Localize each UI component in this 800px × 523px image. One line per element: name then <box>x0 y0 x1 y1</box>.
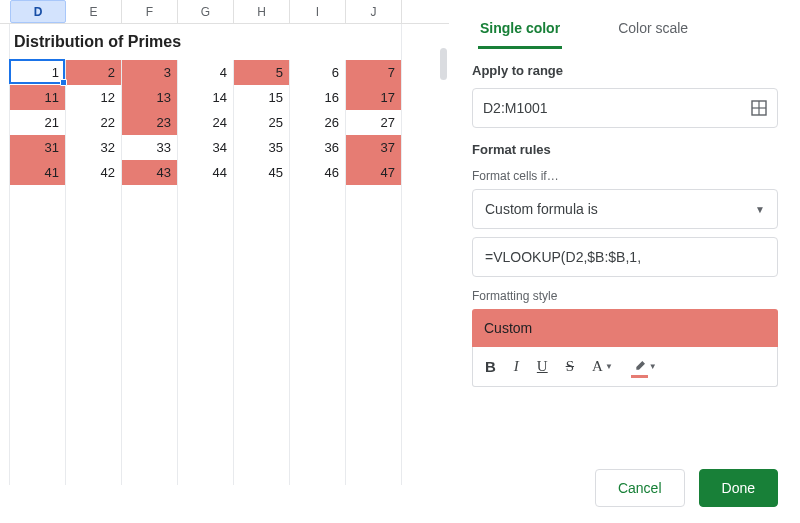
cell[interactable] <box>178 435 234 460</box>
cell[interactable] <box>66 210 122 235</box>
cell[interactable]: 37 <box>346 135 402 160</box>
cell[interactable]: 27 <box>346 110 402 135</box>
cell[interactable] <box>10 460 66 485</box>
cell[interactable] <box>234 460 290 485</box>
cell[interactable] <box>66 385 122 410</box>
cell[interactable] <box>66 310 122 335</box>
cell[interactable] <box>122 385 178 410</box>
underline-button[interactable]: U <box>537 358 548 375</box>
col-header-H[interactable]: H <box>234 0 290 23</box>
cell[interactable] <box>346 285 402 310</box>
done-button[interactable]: Done <box>699 469 778 507</box>
cell[interactable] <box>234 310 290 335</box>
cell[interactable] <box>66 235 122 260</box>
cell[interactable] <box>234 335 290 360</box>
cell[interactable] <box>122 410 178 435</box>
col-header-D[interactable]: D <box>10 0 66 23</box>
cell[interactable] <box>122 185 178 210</box>
cell[interactable] <box>346 460 402 485</box>
cell[interactable] <box>290 210 346 235</box>
cell[interactable] <box>66 410 122 435</box>
spreadsheet-grid[interactable]: DEFGHIJ Distribution of Primes1234567111… <box>0 0 450 523</box>
cell[interactable]: 5 <box>234 60 290 85</box>
cell[interactable] <box>66 335 122 360</box>
cell[interactable]: 36 <box>290 135 346 160</box>
cell[interactable] <box>290 435 346 460</box>
cell[interactable] <box>10 435 66 460</box>
cell[interactable] <box>178 285 234 310</box>
title-cell[interactable]: Distribution of Primes <box>10 24 402 60</box>
cell[interactable]: 33 <box>122 135 178 160</box>
cell[interactable] <box>66 435 122 460</box>
cell[interactable] <box>10 310 66 335</box>
cell[interactable] <box>346 210 402 235</box>
tab-single-color[interactable]: Single color <box>478 12 562 49</box>
cell[interactable] <box>178 385 234 410</box>
cell[interactable]: 6 <box>290 60 346 85</box>
fill-color-button[interactable]: ▼ <box>631 359 657 375</box>
cell[interactable] <box>234 385 290 410</box>
col-header-J[interactable]: J <box>346 0 402 23</box>
cell[interactable] <box>290 460 346 485</box>
cell[interactable] <box>178 210 234 235</box>
cell[interactable] <box>66 260 122 285</box>
cell[interactable] <box>178 260 234 285</box>
range-picker-icon[interactable] <box>751 100 767 116</box>
cell[interactable] <box>234 285 290 310</box>
cell[interactable] <box>122 260 178 285</box>
cell[interactable]: 47 <box>346 160 402 185</box>
cell[interactable] <box>10 235 66 260</box>
cell[interactable] <box>290 260 346 285</box>
cell[interactable]: 21 <box>10 110 66 135</box>
cell[interactable] <box>178 410 234 435</box>
cell[interactable]: 24 <box>178 110 234 135</box>
cell[interactable]: 14 <box>178 85 234 110</box>
cell[interactable] <box>346 385 402 410</box>
cell[interactable]: 23 <box>122 110 178 135</box>
cell[interactable] <box>10 210 66 235</box>
cell[interactable] <box>66 460 122 485</box>
cell[interactable] <box>234 435 290 460</box>
cell[interactable] <box>290 360 346 385</box>
cell[interactable] <box>346 185 402 210</box>
tab-color-scale[interactable]: Color scale <box>616 12 690 49</box>
cell[interactable]: 45 <box>234 160 290 185</box>
cell[interactable] <box>178 185 234 210</box>
cell[interactable]: 43 <box>122 160 178 185</box>
cell[interactable] <box>290 185 346 210</box>
cell[interactable]: 16 <box>290 85 346 110</box>
cell[interactable] <box>234 185 290 210</box>
cell[interactable] <box>122 435 178 460</box>
cancel-button[interactable]: Cancel <box>595 469 685 507</box>
cell[interactable]: 41 <box>10 160 66 185</box>
cell[interactable] <box>234 235 290 260</box>
cell[interactable]: 17 <box>346 85 402 110</box>
cell[interactable] <box>122 310 178 335</box>
cell[interactable]: 32 <box>66 135 122 160</box>
cell[interactable] <box>178 310 234 335</box>
cell[interactable]: 31 <box>10 135 66 160</box>
cell[interactable] <box>346 235 402 260</box>
cell[interactable]: 1 <box>10 60 66 85</box>
cell[interactable]: 34 <box>178 135 234 160</box>
cell[interactable]: 11 <box>10 85 66 110</box>
bold-button[interactable]: B <box>485 358 496 375</box>
strike-button[interactable]: S <box>566 358 574 375</box>
cell[interactable] <box>290 410 346 435</box>
style-preview[interactable]: Custom <box>472 309 778 347</box>
cell[interactable] <box>234 410 290 435</box>
col-header-I[interactable]: I <box>290 0 346 23</box>
cell[interactable] <box>122 460 178 485</box>
cell[interactable] <box>10 360 66 385</box>
cell[interactable] <box>290 385 346 410</box>
col-header-E[interactable]: E <box>66 0 122 23</box>
cell[interactable]: 12 <box>66 85 122 110</box>
cell[interactable] <box>10 260 66 285</box>
cell[interactable] <box>290 335 346 360</box>
cell[interactable] <box>346 435 402 460</box>
cell[interactable]: 25 <box>234 110 290 135</box>
cell[interactable] <box>290 310 346 335</box>
cell[interactable] <box>346 260 402 285</box>
cells-area[interactable]: Distribution of Primes123456711121314151… <box>0 24 449 485</box>
cell[interactable]: 26 <box>290 110 346 135</box>
